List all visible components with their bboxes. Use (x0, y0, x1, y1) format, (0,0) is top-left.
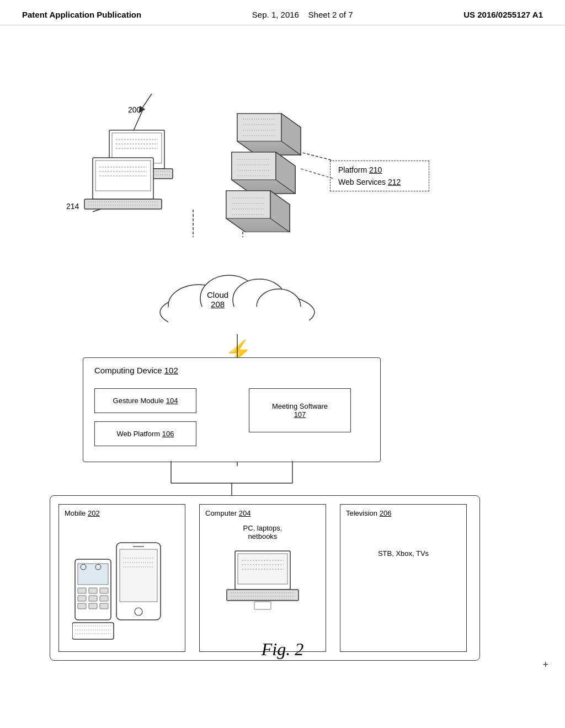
header-sheet: Sheet 2 of 7 (308, 10, 353, 19)
computing-device-ref: 102 (164, 366, 178, 375)
svg-rect-72 (78, 588, 86, 593)
cloud-ref: 208 (211, 299, 225, 309)
mobile-ref: 202 (88, 509, 100, 517)
svg-rect-76 (89, 596, 97, 601)
meeting-software-box: Meeting Software 107 (249, 388, 351, 432)
computing-device-label: Computing Device 102 (94, 366, 178, 375)
computer-sub: PC, laptops, netbooks (200, 522, 326, 543)
computing-device-box: Computing Device 102 Gesture Module 104 … (83, 357, 381, 462)
svg-rect-25 (84, 199, 162, 209)
svg-rect-88 (238, 554, 287, 584)
svg-line-50 (301, 169, 334, 179)
gesture-ref: 104 (166, 397, 178, 405)
svg-rect-83 (72, 623, 114, 639)
cloud-illustration (143, 257, 331, 342)
meeting-ref: 107 (294, 410, 306, 419)
web-services-ref: 212 (388, 178, 401, 186)
svg-marker-30 (237, 114, 281, 141)
platform-label: Platform 210 (338, 165, 421, 174)
svg-rect-75 (78, 596, 86, 601)
svg-rect-74 (100, 588, 108, 593)
svg-rect-79 (89, 603, 97, 609)
mobile-device-box: Mobile 202 (58, 504, 185, 652)
television-device-box: Television 206 STB, Xbox, TVs (340, 504, 467, 652)
gesture-module-box: Gesture Module 104 (94, 388, 196, 413)
platform-ref: 210 (369, 165, 382, 174)
devices-outer-box: Mobile 202 (50, 495, 480, 661)
computer-illustration (200, 548, 326, 614)
plus-sign: + (542, 659, 548, 671)
figure-caption: Fig. 2 (262, 639, 303, 660)
web-platform-box: Web Platform 106 (94, 421, 196, 446)
cloud-label: Cloud 208 (207, 290, 228, 309)
svg-rect-73 (89, 588, 97, 593)
mobile-illustration (59, 522, 185, 646)
computer-ref: 204 (239, 509, 251, 517)
platform-box: Platform 210 Web Services 212 (330, 160, 429, 191)
header-left: Patent Application Publication (22, 10, 141, 19)
svg-rect-96 (254, 602, 271, 609)
web-platform-ref: 106 (162, 430, 174, 438)
page-header: Patent Application Publication Sep. 1, 2… (0, 0, 565, 25)
svg-rect-80 (100, 603, 108, 609)
laptop-stack-illustration (82, 127, 192, 227)
svg-rect-92 (227, 590, 299, 601)
computer-device-box: Computer 204 PC, laptops, netbooks (199, 504, 326, 652)
svg-rect-56 (168, 307, 309, 337)
television-ref: 206 (380, 509, 392, 517)
svg-rect-71 (78, 564, 108, 585)
svg-marker-37 (232, 152, 276, 180)
svg-rect-77 (100, 596, 108, 601)
svg-marker-44 (226, 191, 270, 218)
header-date: Sep. 1, 2016 (252, 10, 299, 19)
header-right: US 2016/0255127 A1 (463, 10, 543, 19)
computer-label: Computer 204 (200, 505, 326, 522)
television-sub: STB, Xbox, TVs (340, 522, 466, 565)
television-label: Television 206 (340, 505, 466, 522)
server-stack-illustration (215, 111, 303, 232)
mobile-label: Mobile 202 (59, 505, 185, 522)
diagram-area: 200 214 (0, 25, 565, 687)
header-center: Sep. 1, 2016 Sheet 2 of 7 (252, 10, 353, 19)
web-services-label: Web Services 212 (338, 178, 421, 186)
svg-rect-78 (78, 603, 86, 609)
svg-rect-64 (120, 549, 157, 602)
